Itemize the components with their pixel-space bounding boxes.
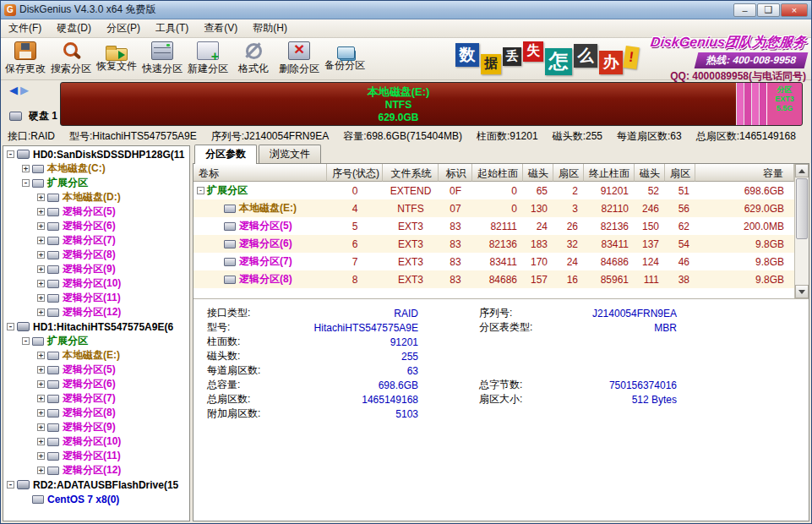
tree-item[interactable]: + 本地磁盘(C:)	[3, 161, 189, 176]
tree-item[interactable]: + 逻辑分区(6)	[3, 219, 189, 233]
tab-browse-files[interactable]: 浏览文件	[259, 145, 321, 163]
scroll-down-button[interactable]	[795, 285, 809, 298]
next-disk-arrow-icon[interactable]: ▶	[20, 84, 31, 96]
expander-icon[interactable]: +	[37, 409, 45, 417]
expander-icon[interactable]: +	[37, 222, 45, 230]
search-partition-button[interactable]: 搜索分区	[48, 38, 94, 79]
expander-icon[interactable]: +	[37, 280, 45, 287]
column-header[interactable]: 序号(状态)	[327, 164, 383, 182]
minimize-button[interactable]: –	[733, 3, 756, 17]
tree-item[interactable]: + 逻辑分区(9)	[3, 262, 189, 276]
column-header[interactable]: 标识	[439, 164, 472, 182]
tree-item[interactable]: + 逻辑分区(5)	[3, 363, 189, 377]
tree-item[interactable]: + 逻辑分区(6)	[3, 377, 189, 391]
tree-item[interactable]: + 逻辑分区(12)	[3, 305, 189, 319]
ad-banner[interactable]: 数 据 丢 失 怎 么 办 ! DiskGenius团队为您服务 热线	[455, 38, 811, 79]
titlebar[interactable]: G DiskGenius V4.3.0 x64 免费版 – ❑ ×	[1, 1, 811, 19]
expander-icon[interactable]: +	[37, 251, 45, 259]
column-header[interactable]: 终止柱面	[584, 164, 635, 182]
tree-item[interactable]: - RD2:ADATAUSBFlashDrive(15	[3, 478, 189, 492]
expander-icon[interactable]: +	[37, 423, 45, 431]
tree-item[interactable]: + 逻辑分区(5)	[3, 205, 189, 219]
expander-icon[interactable]: +	[37, 352, 45, 359]
format-button[interactable]: 格式化	[231, 38, 276, 79]
tree-item[interactable]: - 扩展分区	[3, 176, 189, 190]
partition-strip[interactable]	[759, 83, 766, 125]
tree-item[interactable]: CentOS 7 x8(0)	[3, 492, 189, 506]
tree-item[interactable]: + 逻辑分区(10)	[3, 276, 189, 291]
expander-icon[interactable]: +	[37, 380, 45, 388]
column-header[interactable]: 磁头	[523, 164, 553, 182]
tab-partition-params[interactable]: 分区参数	[194, 145, 257, 164]
expander-icon[interactable]: -	[7, 323, 14, 330]
expander-icon[interactable]: +	[37, 452, 45, 460]
scrollbar-track[interactable]	[795, 177, 809, 285]
scroll-up-button[interactable]	[795, 164, 809, 177]
column-header[interactable]: 磁头	[635, 164, 665, 182]
expander-icon[interactable]: -	[22, 179, 30, 187]
menu-disk[interactable]: 硬盘(D)	[49, 19, 99, 38]
partition-row[interactable]: 逻辑分区(5)5EXT3838211124268213615062200.0MB	[193, 217, 794, 235]
expander-icon[interactable]: -	[7, 481, 14, 489]
quick-partition-button[interactable]: 快速分区	[139, 38, 185, 79]
tree-item[interactable]: + 本地磁盘(D:)	[3, 190, 189, 205]
expander-icon[interactable]: -	[22, 337, 30, 345]
expander-icon[interactable]: +	[37, 395, 45, 402]
maximize-button[interactable]: ❑	[757, 3, 780, 17]
expander-icon[interactable]: +	[37, 467, 45, 474]
partition-row[interactable]: 本地磁盘(E:)4NTFS07013038211024656629.0GB	[193, 199, 794, 217]
column-header[interactable]: 容量	[695, 164, 794, 182]
tree-item[interactable]: + 逻辑分区(10)	[3, 434, 189, 449]
column-header[interactable]: 卷标	[193, 164, 327, 182]
column-header[interactable]: 扇区	[553, 164, 584, 182]
menu-view[interactable]: 查看(V)	[196, 19, 245, 38]
table-scrollbar[interactable]	[794, 164, 809, 298]
partition-row[interactable]: 逻辑分区(8)8EXT383846861571685961111389.8GB	[193, 270, 794, 288]
menu-partition[interactable]: 分区(P)	[99, 19, 148, 38]
partition-strip[interactable]	[744, 83, 751, 125]
tree-item[interactable]: + 本地磁盘(E:)	[3, 348, 189, 363]
expander-icon[interactable]: +	[37, 294, 45, 302]
expander-icon[interactable]: +	[37, 194, 45, 201]
expander-icon[interactable]: +	[22, 165, 30, 172]
tree-item[interactable]: + 逻辑分区(11)	[3, 449, 189, 463]
tree-item[interactable]: + 逻辑分区(8)	[3, 248, 189, 262]
disk-graph[interactable]: 本地磁盘(E:) NTFS 629.0GB 分区EXT35.5G	[60, 82, 803, 126]
expander-icon[interactable]: +	[37, 208, 45, 216]
menu-help[interactable]: 帮助(H)	[245, 19, 295, 38]
partition-strip[interactable]	[751, 83, 759, 125]
expander-icon[interactable]: -	[197, 187, 204, 194]
column-header[interactable]: 文件系统	[383, 164, 439, 182]
scrollbar-thumb[interactable]	[796, 178, 808, 239]
menu-file[interactable]: 文件(F)	[1, 19, 49, 38]
recover-files-button[interactable]: 恢复文件	[94, 38, 139, 79]
partition-row[interactable]: 逻辑分区(6)6EXT383821361833283411137549.8GB	[193, 235, 794, 253]
tree-item[interactable]: + 逻辑分区(7)	[3, 391, 189, 406]
tail-partition-block[interactable]: 分区EXT35.5G	[766, 83, 802, 125]
main-partition-block[interactable]: 本地磁盘(E:) NTFS 629.0GB	[61, 83, 736, 125]
new-partition-button[interactable]: 新建分区	[185, 38, 231, 79]
close-button[interactable]: ×	[781, 3, 808, 17]
expander-icon[interactable]: +	[37, 265, 45, 273]
partition-row[interactable]: 逻辑分区(7)7EXT383834111702484686124469.8GB	[193, 253, 794, 270]
partition-strip[interactable]	[736, 83, 744, 125]
menu-tools[interactable]: 工具(T)	[148, 19, 196, 38]
partition-row[interactable]: -扩展分区0EXTEND0F0652912015251698.6GB	[193, 182, 794, 199]
column-header[interactable]: 起始柱面	[472, 164, 523, 182]
tree-item[interactable]: - HD1:HitachiHTS547575A9E(6	[3, 319, 189, 334]
expander-icon[interactable]: -	[7, 150, 14, 158]
tree-item[interactable]: + 逻辑分区(7)	[3, 233, 189, 248]
expander-icon[interactable]: +	[37, 438, 45, 445]
tree-item[interactable]: + 逻辑分区(12)	[3, 463, 189, 478]
tree-item[interactable]: + 逻辑分区(8)	[3, 406, 189, 420]
tree-item[interactable]: - HD0:SanDiskSDSSDHP128G(11	[3, 147, 189, 161]
backup-partition-button[interactable]: 备份分区	[322, 38, 368, 79]
expander-icon[interactable]: +	[37, 237, 45, 244]
column-header[interactable]: 扇区	[665, 164, 695, 182]
delete-partition-button[interactable]: 删除分区	[276, 38, 322, 79]
save-changes-button[interactable]: 保存更改	[3, 38, 48, 79]
tree-item[interactable]: - 扩展分区	[3, 334, 189, 348]
tree-item[interactable]: + 逻辑分区(9)	[3, 420, 189, 434]
prev-disk-arrow-icon[interactable]: ◀	[9, 84, 20, 96]
expander-icon[interactable]: +	[37, 308, 45, 316]
